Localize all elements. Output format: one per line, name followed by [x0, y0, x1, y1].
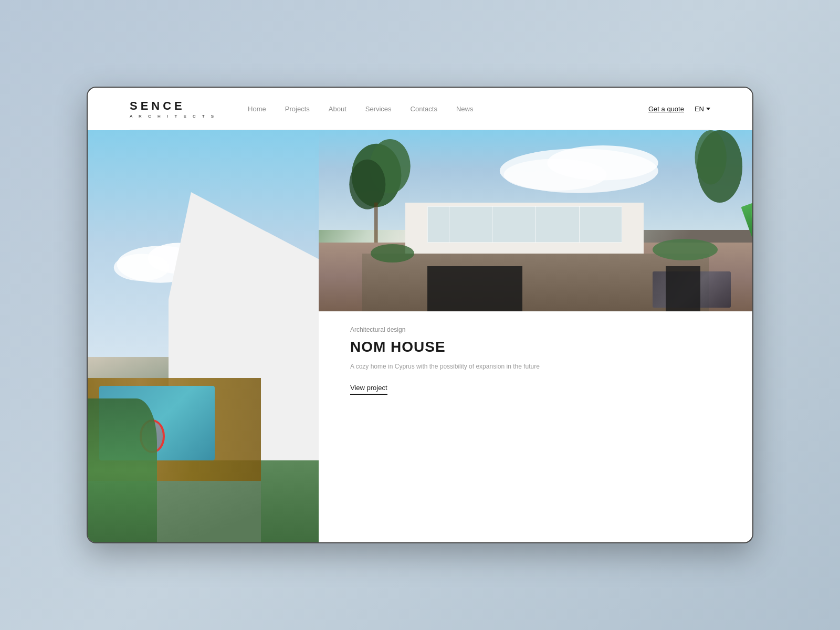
header: SENCE A R C H I T E C T S Home Projects …: [88, 88, 752, 130]
navigation: Home Projects About Services Contacts Ne…: [248, 105, 648, 113]
project-description: A cozy home in Cyprus with the possibili…: [350, 362, 721, 371]
bottom-divider: [361, 542, 710, 543]
right-image-bg: [319, 130, 752, 311]
project-title: NOM HOUSE: [350, 339, 721, 355]
nav-projects[interactable]: Projects: [285, 105, 310, 113]
logo: SENCE A R C H I T E C T S: [130, 99, 216, 119]
right-section: Architectural design NOM HOUSE A cozy ho…: [319, 130, 752, 543]
lang-label: EN: [695, 105, 704, 113]
logo-main: SENCE: [130, 99, 216, 113]
project-image-right: [319, 130, 752, 311]
nav-services[interactable]: Services: [365, 105, 392, 113]
view-project-button[interactable]: View project: [350, 384, 387, 395]
nav-about[interactable]: About: [329, 105, 346, 113]
project-category: Architectural design: [350, 326, 721, 333]
svg-point-7: [503, 159, 606, 191]
left-image-bg: [88, 130, 319, 543]
nav-home[interactable]: Home: [248, 105, 266, 113]
get-quote-link[interactable]: Get a quote: [648, 105, 684, 113]
browser-window: SENCE A R C H I T E C T S Home Projects …: [87, 87, 753, 543]
project-info: Architectural design NOM HOUSE A cozy ho…: [319, 311, 752, 542]
nav-news[interactable]: News: [456, 105, 474, 113]
header-right: Get a quote EN: [648, 105, 710, 113]
clouds-right: [449, 139, 709, 203]
chevron-down-icon: [706, 108, 710, 110]
svg-point-13: [695, 130, 727, 185]
logo-sub: A R C H I T E C T S: [130, 114, 216, 119]
svg-point-2: [114, 254, 170, 281]
language-selector[interactable]: EN: [695, 105, 710, 113]
project-image-left: [88, 130, 319, 543]
svg-point-10: [349, 160, 385, 209]
main-content: Architectural design NOM HOUSE A cozy ho…: [88, 130, 752, 543]
nav-contacts[interactable]: Contacts: [411, 105, 437, 113]
